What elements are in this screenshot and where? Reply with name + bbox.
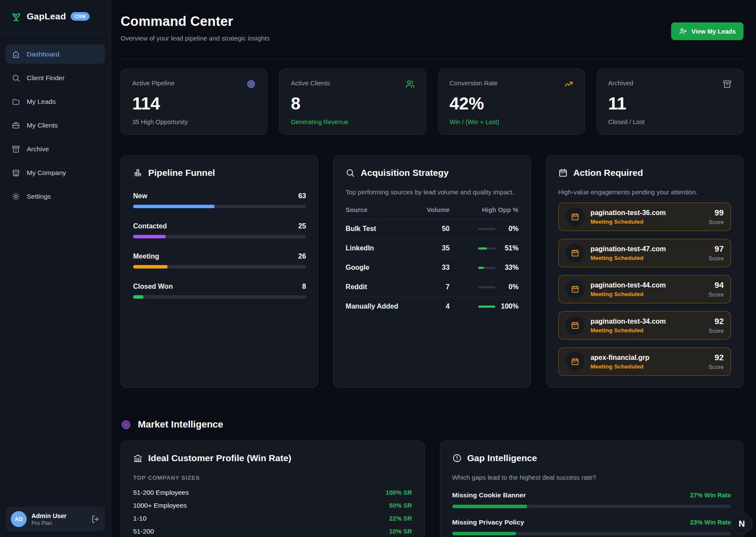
table-row: Manually Added 4 100%: [345, 297, 518, 316]
app-window: GapLead CRM Dashboard Client Finder M: [0, 0, 756, 537]
panel-title: Pipeline Funnel: [148, 168, 215, 178]
logout-icon[interactable]: [91, 515, 100, 524]
sprout-logo-icon: [10, 11, 22, 22]
funnel-stage-new: New63: [133, 192, 306, 208]
user-plan: Pro Plan: [31, 520, 66, 526]
landmark-icon: [133, 453, 143, 463]
funnel-stage-meeting: Meeting26: [133, 253, 306, 268]
sidebar-item-settings[interactable]: Settings: [6, 187, 105, 206]
floating-n-button[interactable]: N: [731, 513, 753, 534]
funnel-stage-closed-won: Closed Won8: [133, 283, 306, 299]
stat-sub: Win / (Win + Lost): [450, 119, 573, 125]
table-row: Google 33 33%: [345, 258, 518, 278]
sidebar-item-my-leads[interactable]: My Leads: [6, 92, 105, 111]
action-item[interactable]: pagination-test-34.comMeeting Scheduled …: [558, 311, 731, 340]
sidebar-item-client-finder[interactable]: Client Finder: [6, 68, 105, 87]
action-required-card: Action Required High-value engagements p…: [546, 155, 744, 388]
crm-badge: CRM: [71, 12, 89, 21]
alert-circle-icon: [452, 453, 462, 463]
home-icon: [12, 50, 20, 59]
sidebar-item-dashboard[interactable]: Dashboard: [6, 44, 105, 64]
folder-icon: [12, 97, 20, 106]
table-row: LinkedIn 35 51%: [345, 239, 518, 258]
action-item[interactable]: pagination-test-36.comMeeting Scheduled …: [558, 203, 731, 231]
header-divider: [121, 59, 744, 59]
search-icon: [12, 74, 20, 82]
calendar-icon: [566, 244, 585, 262]
stat-sub: Closed / Lost: [608, 119, 732, 125]
trending-up-icon: [564, 79, 573, 89]
panel-subtitle: High-value engagements pending your atte…: [558, 188, 731, 196]
search-icon: [345, 168, 355, 178]
action-list: pagination-test-36.comMeeting Scheduled …: [558, 203, 731, 376]
ideal-customer-profile-card: Ideal Customer Profile (Win Rate) TOP CO…: [121, 440, 425, 537]
funnel-bar: [133, 235, 166, 238]
stat-value: 8: [291, 95, 414, 112]
page-header: Command Center Overview of your lead pip…: [121, 14, 744, 42]
panel-subtitle: Top performing sources by lead volume an…: [345, 188, 518, 196]
panel-title: Gap Intelligence: [467, 453, 537, 463]
panel-title: Ideal Customer Profile (Win Rate): [148, 453, 291, 463]
main-content: Command Center Overview of your lead pip…: [111, 0, 756, 537]
stat-value: 114: [132, 95, 256, 112]
gap-bar: [452, 505, 528, 508]
sidebar-item-my-clients[interactable]: My Clients: [6, 116, 105, 135]
stat-sub: Generating Revenue: [291, 119, 414, 125]
archive-icon: [722, 79, 732, 89]
store-icon: [12, 169, 20, 177]
action-item[interactable]: apex-financial.grpMeeting Scheduled 92Sc…: [558, 347, 731, 376]
page-title: Command Center: [121, 14, 270, 29]
stat-card-conversion-rate: Conversion Rate 42% Win / (Win + Lost): [438, 69, 585, 135]
list-item: 1000+ Employees50% SR: [133, 499, 412, 512]
sidebar-item-my-company[interactable]: My Company: [6, 163, 105, 182]
page-subtitle: Overview of your lead pipeline and strat…: [121, 34, 270, 42]
sidebar-item-label: Dashboard: [27, 50, 59, 58]
sidebar-item-label: Settings: [27, 193, 51, 200]
sidebar-item-archive[interactable]: Archive: [6, 139, 105, 159]
market-intelligence-heading: Market Intelligence: [121, 419, 744, 430]
avatar: AD: [11, 511, 27, 527]
calendar-icon: [566, 352, 585, 371]
panel-title: Acquisition Strategy: [361, 168, 448, 178]
users-icon: [405, 79, 415, 89]
table-row: Reddit 7 0%: [345, 278, 518, 297]
table-row: Bulk Test 50 0%: [345, 219, 518, 239]
sidebar-nav: Dashboard Client Finder My Leads My Clie…: [0, 33, 111, 210]
sidebar-item-label: My Company: [27, 169, 66, 177]
archive-icon: [12, 145, 20, 153]
icp-rows: 51-200 Employees100% SR 1000+ Employees5…: [133, 486, 412, 537]
bar-chart-icon: [133, 168, 143, 178]
action-item[interactable]: pagination-test-44.comMeeting Scheduled …: [558, 275, 731, 303]
sidebar-footer: AD Admin User Pro Plan: [0, 501, 111, 537]
sidebar-item-label: Client Finder: [27, 74, 65, 82]
stat-sub: 35 High Opportunity: [132, 119, 256, 125]
action-item[interactable]: pagination-test-47.comMeeting Scheduled …: [558, 239, 731, 267]
calendar-icon: [566, 316, 585, 335]
list-item: 51-20010% SR: [133, 525, 412, 537]
sidebar-item-label: Archive: [27, 145, 49, 153]
user-plus-icon: [679, 27, 687, 35]
target-icon: [121, 419, 131, 430]
section-title: Market Intelligence: [138, 419, 223, 430]
funnel-stage-contacted: Contacted25: [133, 222, 306, 238]
sidebar-item-label: My Leads: [27, 98, 56, 106]
stat-card-archived: Archived 11 Closed / Lost: [597, 69, 744, 135]
view-my-leads-button[interactable]: View My Leads: [671, 22, 744, 40]
group-label: TOP COMPANY SIZES: [133, 475, 412, 481]
middle-row: Pipeline Funnel New63 Contacted25 Meetin…: [121, 155, 744, 388]
funnel-bar: [133, 265, 168, 268]
pipeline-funnel-card: Pipeline Funnel New63 Contacted25 Meetin…: [121, 155, 318, 388]
stat-value: 11: [608, 95, 732, 112]
gap-bar: [452, 532, 516, 535]
gap-item: Missing Privacy Policy23% Win Rate: [452, 518, 731, 535]
panel-title: Action Required: [573, 168, 643, 178]
stat-card-active-pipeline: Active Pipeline 114 35 High Opportunity: [121, 69, 268, 135]
target-icon: [246, 79, 256, 89]
gap-intelligence-card: Gap Intelligence Which gaps lead to the …: [440, 440, 744, 537]
stat-value: 42%: [450, 95, 573, 112]
stats-row: Active Pipeline 114 35 High Opportunity …: [121, 69, 744, 135]
acquisition-table: Source Volume High Opp % Bulk Test 50 0%…: [345, 206, 518, 316]
user-card[interactable]: AD Admin User Pro Plan: [6, 507, 105, 531]
bottom-row: Ideal Customer Profile (Win Rate) TOP CO…: [121, 440, 744, 537]
calendar-icon: [558, 168, 568, 178]
